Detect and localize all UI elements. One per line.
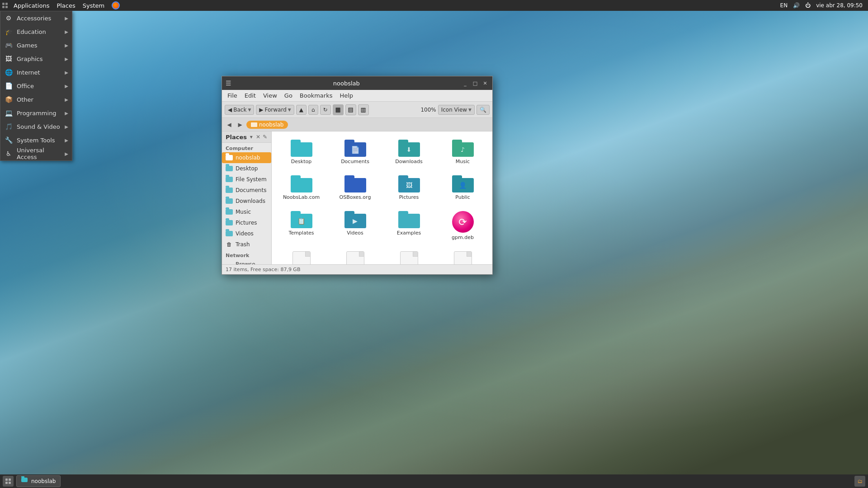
- menu-item-system-tools[interactable]: 🔧 System Tools ▶: [0, 133, 72, 147]
- power-icon[interactable]: ⏻: [803, 0, 812, 11]
- menu-item-office[interactable]: 📄 Office ▶: [0, 79, 72, 93]
- fm-hamburger-icon[interactable]: ☰: [226, 80, 231, 87]
- folder-downloads[interactable]: ⬇ Downloads: [384, 136, 434, 168]
- file-test-sh[interactable]: SH test.sh: [438, 248, 488, 264]
- desktop-folder-icon-lg: [291, 140, 312, 157]
- fm-view-mode-selector[interactable]: Icon View ▼: [438, 105, 475, 115]
- sidebar-item-downloads[interactable]: Downloads: [222, 196, 271, 206]
- fm-edit-menu[interactable]: Edit: [241, 91, 259, 100]
- folder-music[interactable]: ♪ Music: [438, 136, 488, 168]
- downloads-folder-icon-lg: ⬇: [398, 140, 420, 157]
- fm-maximize-button[interactable]: □: [472, 80, 479, 87]
- svg-rect-0: [2, 3, 5, 5]
- sidebar-edit-btn[interactable]: ✎: [263, 133, 268, 141]
- sidebar-dropdown-icon[interactable]: ▾: [249, 133, 254, 141]
- file-test-doc[interactable]: DOC test.doc: [384, 248, 434, 264]
- education-arrow: ▶: [65, 29, 68, 34]
- folder-documents[interactable]: 📄 Documents: [330, 136, 380, 168]
- fm-forward-button[interactable]: ▶ Forward ▼: [256, 105, 294, 115]
- sidebar-videos-label: Videos: [236, 230, 254, 237]
- file-manager-window: ☰ noobslab _ □ ✕ File Edit View Go Bookm…: [222, 76, 493, 275]
- fm-help-menu[interactable]: Help: [336, 91, 357, 100]
- show-desktop-button[interactable]: [3, 476, 14, 487]
- forward-arrow-icon: ▶: [259, 107, 263, 113]
- volume-icon[interactable]: 🔊: [791, 0, 802, 11]
- folder-public[interactable]: 👤 Public: [438, 172, 488, 204]
- file-test-deb[interactable]: DEB test.deb: [330, 248, 380, 264]
- fm-list-view-btn[interactable]: ▤: [345, 104, 356, 115]
- menu-item-other[interactable]: 📦 Other ▶: [0, 93, 72, 106]
- sidebar-trash-label: Trash: [236, 241, 250, 248]
- fm-refresh-button[interactable]: ↻: [320, 105, 331, 115]
- taskbar-right: 🗂: [854, 476, 868, 487]
- taskbar-noobslab-window[interactable]: noobslab: [16, 475, 61, 487]
- fm-home-button[interactable]: ⌂: [308, 105, 318, 115]
- sidebar-header: Places ▾ ✕ ✎: [222, 131, 271, 143]
- fm-compact-view-btn[interactable]: ▥: [358, 104, 369, 115]
- firefox-launcher[interactable]: [108, 0, 123, 11]
- places-menu[interactable]: Places: [53, 0, 79, 11]
- folder-osboxes[interactable]: OSBoxes.org: [330, 172, 380, 204]
- sidebar-documents-label: Documents: [236, 187, 266, 193]
- fm-window-title: noobslab: [234, 80, 459, 87]
- menu-item-sound-video[interactable]: 🎵 Sound & Video ▶: [0, 120, 72, 133]
- pictures-folder-icon: [226, 219, 233, 226]
- sidebar-item-videos[interactable]: Videos: [222, 228, 271, 239]
- sidebar-item-trash[interactable]: 🗑 Trash: [222, 239, 271, 250]
- sidebar-item-filesystem[interactable]: File System: [222, 174, 271, 185]
- menu-item-games[interactable]: 🎮 Games ▶: [0, 38, 72, 52]
- taskbar-files-button[interactable]: 🗂: [854, 476, 865, 487]
- folder-examples[interactable]: Examples: [384, 207, 434, 244]
- sidebar-item-noobslab[interactable]: noobslab: [222, 152, 271, 163]
- path-breadcrumb-noobslab[interactable]: noobslab: [246, 121, 288, 129]
- desktop-folder-label: Desktop: [291, 159, 311, 164]
- fm-close-button[interactable]: ✕: [481, 80, 489, 87]
- sidebar-browse-network-label: Browse Net...: [236, 261, 268, 264]
- office-arrow: ▶: [65, 84, 68, 89]
- file-gpm-deb[interactable]: ⟳ gpm.deb: [438, 207, 488, 244]
- sidebar-close-btn[interactable]: ✕: [255, 133, 260, 141]
- system-tools-arrow: ▶: [65, 138, 68, 143]
- menu-item-accessories[interactable]: ⚙ Accessories ▶: [0, 11, 72, 25]
- fm-search-button[interactable]: 🔍: [476, 105, 490, 115]
- fm-icon-view-btn[interactable]: ▦: [333, 104, 344, 115]
- menu-item-internet[interactable]: 🌐 Internet ▶: [0, 66, 72, 79]
- svg-rect-1: [5, 3, 8, 5]
- fm-up-button[interactable]: ▲: [296, 105, 307, 115]
- games-icon: 🎮: [4, 41, 13, 50]
- menu-item-graphics[interactable]: 🖼 Graphics ▶: [0, 52, 72, 66]
- folder-desktop[interactable]: Desktop: [276, 136, 326, 168]
- fm-view-menu[interactable]: View: [259, 91, 281, 100]
- pathbar-prev-btn[interactable]: ◀: [225, 120, 234, 129]
- menu-item-programming[interactable]: 💻 Programming ▶: [0, 106, 72, 120]
- svg-rect-5: [9, 479, 11, 481]
- fm-menubar: File Edit View Go Bookmarks Help: [222, 90, 492, 102]
- fm-back-button[interactable]: ◀ Back ▼: [225, 105, 254, 115]
- sidebar-item-pictures[interactable]: Pictures: [222, 217, 271, 228]
- fm-file-menu[interactable]: File: [224, 91, 241, 100]
- sidebar-item-desktop[interactable]: Desktop: [222, 163, 271, 174]
- taskbar-window-label: noobslab: [31, 478, 56, 484]
- folder-templates[interactable]: 📋 Templates: [276, 207, 326, 244]
- fm-pathbar: ◀ ▶ noobslab: [222, 118, 492, 131]
- sidebar-item-browse-network[interactable]: ⊙ Browse Net...: [222, 259, 271, 264]
- programming-label: Programming: [17, 110, 57, 117]
- applications-menu[interactable]: Applications: [10, 0, 53, 11]
- system-menu[interactable]: System: [79, 0, 108, 11]
- fm-bookmarks-menu[interactable]: Bookmarks: [296, 91, 336, 100]
- menu-item-universal-access[interactable]: ♿ Universal Access ▶: [0, 147, 72, 160]
- sidebar-item-music[interactable]: Music: [222, 206, 271, 217]
- menu-item-education[interactable]: 🎓 Education ▶: [0, 25, 72, 38]
- fm-go-menu[interactable]: Go: [281, 91, 296, 100]
- folder-pictures[interactable]: 🖼 Pictures: [384, 172, 434, 204]
- back-dropdown-icon: ▼: [248, 108, 251, 112]
- fm-minimize-button[interactable]: _: [462, 80, 469, 87]
- folder-videos[interactable]: ▶ Videos: [330, 207, 380, 244]
- videos-folder-icon-lg: ▶: [344, 211, 366, 228]
- sidebar-item-documents[interactable]: Documents: [222, 185, 271, 196]
- documents-folder-icon-lg: 📄: [344, 140, 366, 157]
- file-test-bin[interactable]: BIN test.bin: [276, 248, 326, 264]
- folder-noobslab[interactable]: NoobsLab.com: [276, 172, 326, 204]
- templates-folder-icon-lg: 📋: [291, 211, 312, 228]
- pathbar-next-btn[interactable]: ▶: [236, 120, 245, 129]
